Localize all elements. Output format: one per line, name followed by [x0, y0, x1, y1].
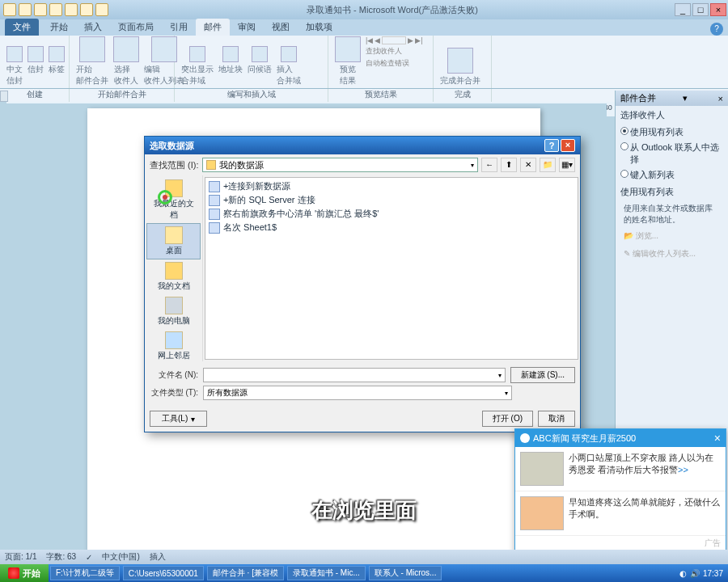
new-folder-button[interactable]: 📁 — [540, 158, 556, 172]
views-button[interactable]: ▦▾ — [559, 158, 575, 172]
window-titlebar: 录取通知书 - Microsoft Word(产品激活失败) _ □ × — [0, 0, 728, 19]
minimize-button[interactable]: _ — [675, 3, 691, 16]
filename-input[interactable]: ▾ — [203, 368, 506, 382]
datasource-icon — [209, 181, 220, 192]
preview-results-button[interactable]: 预览 结果 — [335, 36, 361, 86]
lookin-combo[interactable]: 我的数据源 ▾ — [202, 158, 479, 172]
radio-icon — [620, 142, 629, 150]
task-item[interactable]: F:\计算机二级等 — [50, 566, 120, 580]
dialog-fields: 文件名 (N): ▾ 新建源 (S)... 文件类型 (T): 所有数据源▾ — [145, 361, 580, 406]
tab-addins[interactable]: 加载项 — [298, 19, 341, 36]
up-button[interactable]: ⬆ — [501, 158, 517, 172]
new-source-button[interactable]: 新建源 (S)... — [510, 367, 575, 383]
news-close-icon[interactable]: × — [714, 432, 721, 445]
nav-record-buttons[interactable]: |◀◀▶▶| — [366, 36, 423, 44]
dialog-help-icon[interactable]: ? — [544, 139, 559, 152]
filetype-combo[interactable]: 所有数据源▾ — [203, 386, 512, 400]
option-use-existing[interactable]: 使用现有列表 — [616, 124, 728, 140]
highlight-merge-button[interactable]: 突出显示 合并域 — [181, 46, 214, 86]
clock[interactable]: 17:37 — [703, 569, 723, 578]
sidebar-item-desktop[interactable]: 桌面 — [146, 223, 201, 259]
finish-merge-button[interactable]: 完成并合并 — [440, 48, 480, 86]
qat-print-icon[interactable] — [80, 3, 93, 16]
tab-home[interactable]: 开始 — [42, 19, 76, 36]
labels-button[interactable]: 标签 — [49, 46, 65, 86]
language-status[interactable]: 中文(中国) — [102, 551, 140, 563]
windows-logo-icon — [8, 567, 19, 579]
desktop-icon — [165, 226, 183, 244]
tab-insert[interactable]: 插入 — [76, 19, 110, 36]
lookin-label: 查找范围 (I): — [150, 159, 199, 171]
start-mail-merge-button[interactable]: 开始 邮件合并 — [76, 36, 108, 86]
task-item[interactable]: 联系人 - Micros... — [369, 566, 442, 580]
task-item[interactable]: 邮件合并 · [兼容模 — [207, 566, 284, 580]
dialog-titlebar[interactable]: 选取数据源 ? × — [145, 137, 580, 154]
filetype-label: 文件类型 (T): — [150, 387, 198, 399]
chevron-down-icon: ▾ — [505, 390, 508, 397]
qat-undo-icon[interactable] — [19, 3, 32, 16]
news-item[interactable]: 早知道疼疼这么简单就能好，还做什么手术啊。 — [515, 491, 726, 536]
datasource-icon — [209, 209, 220, 220]
start-button[interactable]: 开始 — [0, 564, 49, 582]
page-status[interactable]: 页面: 1/1 — [5, 551, 36, 563]
select-recipients-button[interactable]: 选择 收件人 — [113, 36, 139, 86]
select-data-source-dialog: 选取数据源 ? × 查找范围 (I): 我的数据源 ▾ ← ⬆ ✕ 📁 ▦▾ 我… — [144, 136, 581, 432]
delete-button[interactable]: ✕ — [520, 158, 536, 172]
file-tab[interactable]: 文件 — [5, 19, 39, 36]
pane-close-icon[interactable]: × — [718, 94, 723, 103]
insert-mode[interactable]: 插入 — [150, 551, 166, 563]
list-item[interactable]: 名次 Sheet1$ — [207, 221, 576, 234]
qat-save-icon[interactable] — [3, 3, 16, 16]
news-item[interactable]: 小两口站屋顶上不穿衣服 路人以为在秀恩爱 看清动作后大爷报警>> — [515, 447, 726, 491]
news-header[interactable]: ABC新闻 研究生月薪2500 × — [515, 429, 726, 447]
envelopes-chinese-button[interactable]: 中文信封 — [6, 46, 23, 86]
sidebar-item-recent[interactable]: 我最近的文 档 — [146, 177, 201, 223]
pane-dropdown-icon[interactable]: ▾ — [683, 93, 688, 103]
tray-icon[interactable]: 🔊 — [690, 569, 700, 578]
insert-merge-field-button[interactable]: 插入 合并域 — [277, 46, 301, 86]
qat-new-icon[interactable] — [65, 3, 78, 16]
sidebar-item-mypc[interactable]: 我的电脑 — [146, 294, 201, 329]
use-existing-desc: 使用来自某文件或数据库的姓名和地址。 — [616, 201, 728, 227]
sidebar-item-network[interactable]: 网上邻居 — [146, 329, 201, 364]
option-outlook[interactable]: 从 Outlook 联系人中选择 — [616, 140, 728, 167]
ribbon-tabs: 文件 开始 插入 页面布局 引用 邮件 审阅 视图 加载项 ? — [0, 19, 728, 36]
cancel-button[interactable]: 取消 — [538, 411, 575, 427]
greeting-line-button[interactable]: 问候语 — [248, 46, 272, 86]
video-caption: 在浏览里面 — [311, 496, 417, 525]
ruler-toggle[interactable] — [0, 91, 8, 102]
tab-view[interactable]: 视图 — [264, 19, 298, 36]
tools-button[interactable]: 工具(L)▾ — [150, 411, 207, 427]
maximize-button[interactable]: □ — [692, 3, 709, 16]
recent-icon — [165, 179, 183, 197]
tab-references[interactable]: 引用 — [162, 19, 196, 36]
network-icon — [165, 331, 183, 349]
tab-layout[interactable]: 页面布局 — [110, 19, 162, 36]
close-button[interactable]: × — [710, 3, 726, 16]
address-block-button[interactable]: 地址块 — [218, 46, 243, 86]
task-item[interactable]: C:\Users\65300001 — [123, 566, 204, 580]
file-list[interactable]: +连接到新数据源 +新的 SQL Server 连接 察右前旗政务中心清单 '前… — [205, 177, 578, 360]
envelopes-button[interactable]: 信封 — [28, 46, 44, 86]
open-button[interactable]: 打开 (O) — [482, 411, 533, 427]
tab-review[interactable]: 审阅 — [230, 19, 264, 36]
tray-icon[interactable]: ◐ — [679, 569, 687, 578]
qat-redo-icon[interactable] — [34, 3, 47, 16]
news-link[interactable]: >> — [678, 465, 688, 474]
browse-link[interactable]: 📂 浏览... — [616, 227, 728, 245]
spell-check-icon[interactable]: ✓ — [86, 553, 92, 562]
word-count[interactable]: 字数: 63 — [46, 551, 76, 563]
system-tray[interactable]: ◐ 🔊 17:37 — [675, 569, 728, 578]
qat-preview-icon[interactable] — [95, 3, 108, 16]
help-icon[interactable]: ? — [710, 23, 723, 36]
list-item[interactable]: 察右前旗政务中心清单 '前旗汇总 最终$' — [207, 207, 576, 221]
option-type-new[interactable]: 键入新列表 — [616, 167, 728, 183]
tab-mailings[interactable]: 邮件 — [196, 19, 230, 36]
sidebar-item-mydocs[interactable]: 我的文档 — [146, 259, 201, 294]
back-button[interactable]: ← — [481, 158, 497, 172]
list-item[interactable]: +连接到新数据源 — [207, 179, 576, 193]
qat-open-icon[interactable] — [49, 3, 62, 16]
task-item[interactable]: 录取通知书 - Mic... — [287, 566, 366, 580]
dialog-close-icon[interactable]: × — [561, 139, 575, 152]
list-item[interactable]: +新的 SQL Server 连接 — [207, 193, 576, 207]
